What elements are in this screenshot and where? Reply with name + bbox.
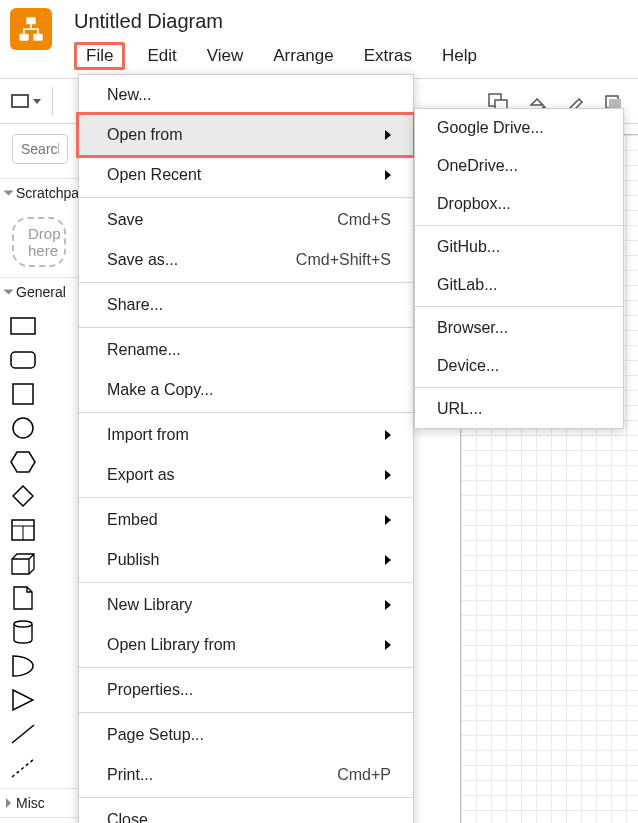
open-from-google-drive[interactable]: Google Drive... (415, 109, 623, 147)
submenu-arrow-icon (385, 430, 391, 440)
menubar: File Edit View Arrange Extras Help (74, 42, 638, 78)
menu-extras[interactable]: Extras (356, 42, 420, 70)
menu-separator (79, 327, 413, 328)
menu-close[interactable]: Close (79, 800, 413, 823)
menu-separator (79, 282, 413, 283)
toolbar-divider (52, 87, 53, 115)
submenu-arrow-icon (385, 640, 391, 650)
scratchpad-dropzone[interactable]: Drop here (12, 217, 66, 267)
svg-marker-19 (13, 690, 33, 710)
menu-rename[interactable]: Rename... (79, 330, 413, 370)
menu-make-copy[interactable]: Make a Copy... (79, 370, 413, 410)
caret-down-icon (4, 191, 14, 196)
view-mode-button[interactable] (10, 86, 42, 116)
menu-separator (79, 497, 413, 498)
open-from-submenu: Google Drive... OneDrive... Dropbox... G… (414, 108, 624, 429)
menu-separator (79, 197, 413, 198)
menu-save[interactable]: Save Cmd+S (79, 200, 413, 240)
menu-separator (79, 667, 413, 668)
svg-rect-10 (11, 352, 35, 368)
shape-dashline[interactable] (10, 756, 36, 780)
shape-line[interactable] (10, 722, 36, 746)
svg-rect-9 (11, 318, 35, 334)
menu-separator (415, 306, 623, 307)
menu-arrange[interactable]: Arrange (265, 42, 341, 70)
shape-table[interactable] (10, 518, 36, 542)
section-misc[interactable]: Misc (0, 788, 78, 817)
menu-embed[interactable]: Embed (79, 500, 413, 540)
menu-open-from[interactable]: Open from (76, 112, 416, 158)
section-label: Misc (16, 795, 45, 811)
section-general[interactable]: General (0, 277, 78, 306)
document-title[interactable]: Untitled Diagram (74, 10, 223, 33)
menu-import-from[interactable]: Import from (79, 415, 413, 455)
svg-rect-11 (13, 384, 33, 404)
diagram-logo-icon (17, 15, 45, 43)
menu-help[interactable]: Help (434, 42, 485, 70)
shape-cylinder[interactable] (10, 620, 36, 644)
menu-separator (79, 712, 413, 713)
svg-rect-1 (19, 34, 28, 41)
shape-note[interactable] (10, 586, 36, 610)
menu-file[interactable]: File (74, 42, 125, 70)
menu-separator (79, 582, 413, 583)
menu-new-library[interactable]: New Library (79, 585, 413, 625)
submenu-arrow-icon (385, 170, 391, 180)
shape-circle[interactable] (10, 416, 36, 440)
shape-hexagon[interactable] (10, 450, 36, 474)
menu-print[interactable]: Print... Cmd+P (79, 755, 413, 795)
svg-rect-0 (26, 17, 35, 24)
menu-save-as[interactable]: Save as... Cmd+Shift+S (79, 240, 413, 280)
submenu-arrow-icon (385, 600, 391, 610)
menu-new[interactable]: New... (79, 75, 413, 115)
menu-view[interactable]: View (199, 42, 252, 70)
open-from-device[interactable]: Device... (415, 347, 623, 385)
svg-marker-14 (13, 486, 33, 506)
menu-separator (79, 797, 413, 798)
submenu-arrow-icon (385, 555, 391, 565)
svg-line-20 (12, 725, 34, 743)
shapes-grid (0, 306, 78, 788)
shape-halfcircle[interactable] (10, 654, 36, 678)
menu-export-as[interactable]: Export as (79, 455, 413, 495)
shape-triangle[interactable] (10, 688, 36, 712)
shape-square[interactable] (10, 382, 36, 406)
menu-open-library-from[interactable]: Open Library from (79, 625, 413, 665)
menu-open-recent[interactable]: Open Recent (79, 155, 413, 195)
submenu-arrow-icon (385, 470, 391, 480)
svg-point-18 (14, 621, 32, 627)
shape-rect[interactable] (10, 314, 36, 338)
search-shapes-input[interactable] (12, 134, 68, 164)
shape-cube[interactable] (10, 552, 36, 576)
svg-point-12 (13, 418, 33, 438)
shape-rounded[interactable] (10, 348, 36, 372)
caret-down-icon (33, 99, 41, 104)
caret-down-icon (4, 290, 14, 295)
menu-separator (415, 387, 623, 388)
section-advanced[interactable]: Advanced (0, 817, 78, 823)
svg-line-21 (12, 759, 34, 777)
menu-page-setup[interactable]: Page Setup... (79, 715, 413, 755)
open-from-dropbox[interactable]: Dropbox... (415, 185, 623, 223)
open-from-github[interactable]: GitHub... (415, 228, 623, 266)
menu-separator (79, 412, 413, 413)
svg-marker-13 (11, 452, 35, 472)
open-from-onedrive[interactable]: OneDrive... (415, 147, 623, 185)
open-from-browser[interactable]: Browser... (415, 309, 623, 347)
section-label: General (16, 284, 66, 300)
menu-properties[interactable]: Properties... (79, 670, 413, 710)
menu-share[interactable]: Share... (79, 285, 413, 325)
section-label: Scratchpad (16, 185, 78, 201)
submenu-arrow-icon (385, 130, 391, 140)
shape-sidebar: Scratchpad Drop here General Misc Advanc… (0, 178, 78, 823)
submenu-arrow-icon (385, 515, 391, 525)
caret-right-icon (6, 798, 11, 808)
app-logo (10, 8, 52, 50)
open-from-gitlab[interactable]: GitLab... (415, 266, 623, 304)
menu-publish[interactable]: Publish (79, 540, 413, 580)
section-scratchpad[interactable]: Scratchpad (0, 178, 78, 207)
shape-diamond[interactable] (10, 484, 36, 508)
menu-separator (415, 225, 623, 226)
open-from-url[interactable]: URL... (415, 390, 623, 428)
menu-edit[interactable]: Edit (139, 42, 184, 70)
